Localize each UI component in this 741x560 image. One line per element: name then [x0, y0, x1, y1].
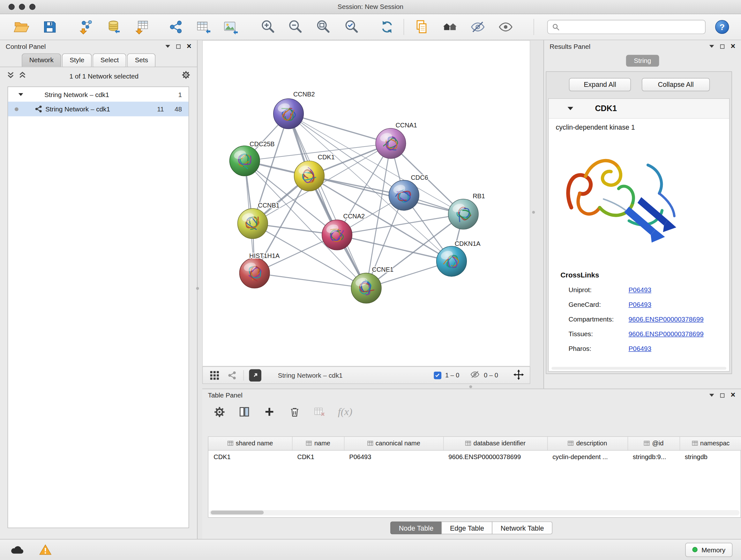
- warning-icon[interactable]: [37, 543, 54, 557]
- crosslink-compartments[interactable]: 9606.ENSP00000378699: [629, 315, 704, 323]
- crosslink-uniprot[interactable]: P06493: [629, 286, 651, 294]
- titlebar: Session: New Session: [0, 0, 741, 14]
- horizontal-scrollbar[interactable]: [551, 367, 726, 370]
- float-panel-icon[interactable]: [720, 393, 724, 397]
- function-builder-button[interactable]: f(x): [338, 406, 352, 418]
- cell-name[interactable]: CDK1: [292, 450, 344, 463]
- cloud-icon[interactable]: [9, 543, 25, 557]
- network-node-CCNA1[interactable]: CCNA1: [376, 122, 417, 159]
- network-canvas[interactable]: CCNB2CCNA1CDC25BCDK1CDC6RB1CCNB1CCNA2CDK…: [202, 40, 530, 367]
- collapse-section-icon[interactable]: [568, 107, 574, 110]
- float-panel-icon[interactable]: [720, 44, 724, 48]
- new-network-icon[interactable]: [167, 18, 185, 36]
- crosslink-pharos[interactable]: P06493: [629, 345, 651, 353]
- expand-all-button[interactable]: Expand All: [569, 78, 631, 91]
- clone-network-icon[interactable]: [413, 18, 430, 36]
- crosslink-genecard[interactable]: P06493: [629, 301, 651, 308]
- gene-section-header[interactable]: CDK1: [549, 99, 729, 118]
- collapse-tree-icon[interactable]: [18, 93, 23, 96]
- export-image-icon[interactable]: [222, 18, 240, 36]
- network-node-CDK1[interactable]: CDK1: [294, 153, 335, 191]
- import-network-database-icon[interactable]: [105, 18, 122, 36]
- open-in-new-window-button[interactable]: [249, 369, 261, 381]
- refresh-icon[interactable]: [378, 18, 396, 36]
- help-icon[interactable]: ?: [713, 18, 731, 36]
- column-header-namespace[interactable]: namespac: [679, 437, 741, 450]
- float-panel-icon[interactable]: [176, 44, 180, 48]
- show-columns-icon[interactable]: [238, 405, 251, 418]
- cell-database-identifier[interactable]: 9606.ENSP00000378699: [443, 450, 547, 463]
- network-node-CDKN1A[interactable]: CDKN1A: [436, 240, 481, 276]
- birdseye-view-icon[interactable]: [208, 369, 221, 381]
- close-panel-icon[interactable]: ×: [731, 392, 736, 399]
- panel-resize-grip[interactable]: [532, 211, 535, 213]
- column-header-canonical-name[interactable]: canonical name: [344, 437, 443, 450]
- network-node-HIST1H1A[interactable]: HIST1H1A: [239, 252, 280, 288]
- network-selection-status: 1 of 1 Network selected: [30, 72, 178, 80]
- network-share-icon[interactable]: [226, 369, 239, 381]
- memory-button[interactable]: Memory: [685, 543, 732, 557]
- column-header-shared-name[interactable]: shared name: [208, 437, 292, 450]
- import-network-file-icon[interactable]: [77, 18, 95, 36]
- tab-edge-table[interactable]: Edge Table: [441, 521, 492, 534]
- selected-checkbox-icon[interactable]: [434, 371, 441, 379]
- hide-panel-eye-icon[interactable]: [469, 18, 487, 36]
- close-panel-icon[interactable]: ×: [187, 43, 192, 50]
- zoom-out-icon[interactable]: [286, 18, 304, 36]
- expand-all-icon[interactable]: [18, 71, 26, 81]
- panel-resize-grip[interactable]: [196, 287, 199, 290]
- add-column-icon[interactable]: [263, 405, 276, 418]
- scrollbar-thumb[interactable]: [211, 510, 264, 514]
- tab-string[interactable]: String: [626, 55, 659, 67]
- zoom-fit-icon[interactable]: [314, 18, 332, 36]
- protein-structure-image: [558, 137, 684, 260]
- column-header-id[interactable]: @id: [628, 437, 680, 450]
- close-panel-icon[interactable]: ×: [731, 43, 736, 50]
- zoom-in-icon[interactable]: [259, 18, 277, 36]
- panel-menu-icon[interactable]: [165, 45, 170, 48]
- tab-select[interactable]: Select: [93, 53, 126, 66]
- new-table-icon[interactable]: [194, 18, 212, 36]
- tab-sets[interactable]: Sets: [127, 53, 156, 66]
- search-input[interactable]: [563, 23, 701, 31]
- table-horizontal-scrollbar[interactable]: [209, 510, 740, 515]
- column-header-database-identifier[interactable]: database identifier: [443, 437, 547, 450]
- cell-shared-name[interactable]: CDK1: [208, 450, 292, 463]
- network-options-gear-icon[interactable]: [182, 71, 191, 81]
- cell-namespace[interactable]: stringdb: [679, 450, 741, 463]
- tab-network-table[interactable]: Network Table: [492, 521, 552, 534]
- cell-description[interactable]: cyclin-dependent ...: [547, 450, 628, 463]
- panel-menu-icon[interactable]: [710, 45, 714, 48]
- panel-resize-grip[interactable]: [469, 385, 472, 388]
- table-row[interactable]: CDK1 CDK1 P06493 9606.ENSP00000378699 cy…: [208, 450, 741, 463]
- import-table-icon[interactable]: [133, 18, 151, 36]
- network-node-CCNB2[interactable]: CCNB2: [273, 91, 315, 129]
- node-label-CDK1: CDK1: [318, 153, 335, 161]
- network-row-selected[interactable]: String Network – cdk1 11 48: [8, 102, 189, 116]
- delete-column-icon[interactable]: [288, 405, 301, 418]
- tab-network[interactable]: Network: [22, 53, 61, 66]
- network-collection-row[interactable]: String Network – cdk1 1: [8, 87, 189, 102]
- crosslink-tissues[interactable]: 9606.ENSP00000378699: [629, 330, 704, 338]
- hidden-eye-icon[interactable]: [470, 370, 480, 380]
- zoom-selected-icon[interactable]: [343, 18, 360, 36]
- column-header-description[interactable]: description: [547, 437, 628, 450]
- cell-id[interactable]: stringdb:9...: [628, 450, 680, 463]
- open-session-icon[interactable]: [12, 18, 30, 36]
- tab-node-table[interactable]: Node Table: [390, 521, 442, 534]
- network-node-RB1[interactable]: RB1: [448, 192, 485, 229]
- cell-canonical-name[interactable]: P06493: [344, 450, 443, 463]
- show-panel-eye-icon[interactable]: [496, 18, 515, 36]
- tab-style[interactable]: Style: [62, 53, 92, 66]
- home-networks-icon[interactable]: [441, 18, 459, 36]
- column-header-name[interactable]: name: [292, 437, 344, 450]
- search-field[interactable]: [547, 20, 705, 34]
- collapse-all-button[interactable]: Collapse All: [642, 78, 710, 91]
- pan-tool-icon[interactable]: [513, 369, 524, 381]
- collapse-all-icon[interactable]: [7, 71, 15, 81]
- table-options-gear-icon[interactable]: [212, 405, 226, 418]
- network-node-CDC6[interactable]: CDC6: [389, 174, 428, 210]
- panel-menu-icon[interactable]: [710, 394, 714, 397]
- save-session-icon[interactable]: [41, 18, 58, 36]
- network-node-CCNB1[interactable]: CCNB1: [238, 202, 280, 239]
